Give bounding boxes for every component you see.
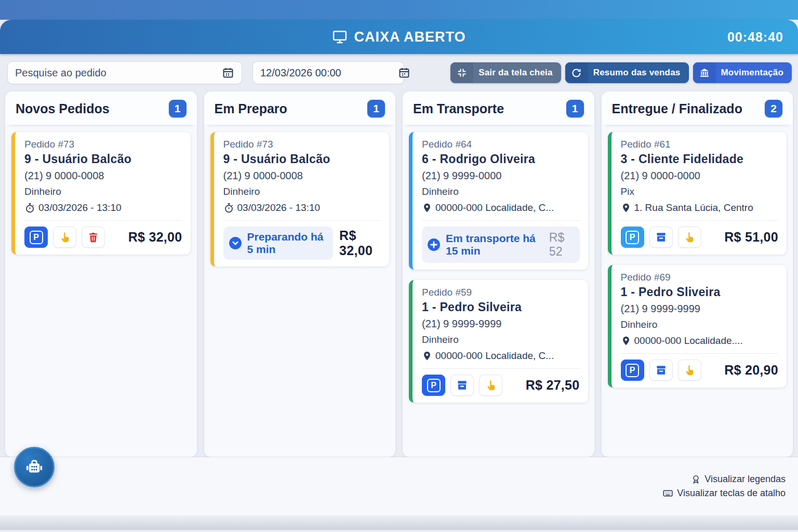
delivery-address-text: 00000-000 Localidade....: [634, 335, 743, 347]
toolbar: Sair da tela cheia Resumo das vendas: [0, 54, 798, 90]
print-button[interactable]: P: [422, 375, 445, 396]
movements-label: Movimentação: [716, 68, 792, 78]
stopwatch-icon: [24, 203, 35, 214]
location-pin-icon: [621, 203, 631, 213]
payment-method: Pix: [621, 186, 779, 197]
hand-pointer-button[interactable]: [53, 227, 76, 248]
column-body: Pedido #73 9 - Usuário Balcão (21) 9 000…: [204, 125, 396, 274]
page-title: CAIXA ABERTO: [332, 29, 466, 45]
column-novos-pedidos: Novos Pedidos 1 Pedido #73 9 - Usuário B…: [5, 91, 197, 457]
order-price: R$ 27,50: [526, 378, 580, 393]
assistant-fab-button[interactable]: [14, 447, 55, 487]
hand-pointer-button[interactable]: [678, 227, 701, 248]
customer-phone: (21) 9 0000-0008: [24, 170, 182, 182]
order-price: R$ 32,00: [128, 230, 182, 245]
view-shortcuts-label: Visualizar teclas de atalho: [677, 488, 786, 499]
print-button[interactable]: P: [24, 227, 48, 248]
archive-button[interactable]: [450, 375, 474, 396]
card-footer: P: [621, 354, 779, 381]
hand-pointer-icon: [485, 379, 497, 392]
legend-medal-icon: [691, 474, 701, 484]
app-header: CAIXA ABERTO 00:48:40: [0, 20, 798, 54]
view-shortcuts-link[interactable]: Visualizar teclas de atalho: [662, 488, 786, 499]
location-pin-icon: [422, 351, 432, 361]
column-body: Pedido #64 6 - Rodrigo Oliveira (21) 9 9…: [403, 125, 594, 410]
customer-name: 3 - Cliente Fidelidade: [621, 152, 779, 166]
exit-fullscreen-icon: [450, 62, 473, 83]
customer-phone: (21) 9 0000-0000: [621, 170, 779, 182]
kanban-board: Novos Pedidos 1 Pedido #73 9 - Usuário B…: [0, 90, 798, 457]
order-number: Pedido #69: [621, 272, 779, 283]
column-count-badge: 1: [169, 100, 187, 117]
refresh-icon: [565, 62, 588, 83]
order-card[interactable]: Pedido #73 9 - Usuário Balcão (21) 9 000…: [11, 132, 191, 255]
print-icon: P: [626, 364, 639, 377]
monitor-icon: [332, 29, 348, 45]
delivery-address: 00000-000 Localidade, C...: [422, 202, 580, 221]
trash-icon: [87, 231, 99, 243]
print-icon: P: [30, 231, 43, 244]
chevron-circle-icon: [229, 236, 242, 250]
customer-phone: (21) 9 9999-9999: [621, 303, 779, 315]
archive-icon: [456, 379, 468, 391]
date-filter-field[interactable]: [252, 61, 404, 84]
delete-button[interactable]: [82, 227, 105, 248]
column-header: Novos Pedidos 1: [5, 91, 197, 125]
sales-summary-label: Resumo das vendas: [588, 68, 689, 78]
location-pin-icon: [621, 336, 631, 346]
column-count-badge: 2: [765, 100, 782, 117]
payment-method: Dinheiro: [621, 319, 779, 330]
order-card[interactable]: Pedido #61 3 - Cliente Fidelidade (21) 9…: [608, 132, 787, 255]
sales-summary-button[interactable]: Resumo das vendas: [565, 62, 689, 83]
customer-name: 9 - Usuário Balcão: [223, 152, 381, 166]
print-button[interactable]: P: [621, 360, 644, 381]
order-search-field[interactable]: [7, 61, 242, 84]
customer-name: 1 - Pedro Sliveira: [621, 285, 779, 299]
bottom-strip: [0, 515, 798, 530]
delivery-address-text: 00000-000 Localidade, C...: [435, 350, 554, 362]
robot-icon: [23, 456, 45, 478]
order-number: Pedido #64: [422, 139, 580, 150]
session-timer: 00:48:40: [727, 30, 783, 45]
page-title-text: CAIXA ABERTO: [354, 29, 466, 45]
payment-method: Dinheiro: [24, 186, 182, 197]
hand-pointer-icon: [683, 231, 696, 244]
movements-button[interactable]: Movimentação: [693, 62, 792, 83]
delivery-address: 00000-000 Localidade....: [621, 335, 779, 354]
column-title: Em Preparo: [215, 101, 287, 116]
bank-icon: [693, 62, 716, 83]
exit-fullscreen-label: Sair da tela cheia: [473, 68, 561, 78]
order-card[interactable]: Pedido #59 1 - Pedro Silveira (21) 9 999…: [409, 280, 588, 403]
order-card[interactable]: Pedido #69 1 - Pedro Sliveira (21) 9 999…: [608, 265, 787, 388]
column-header: Em Transporte 1: [403, 91, 594, 125]
card-actions: P: [621, 227, 701, 248]
archive-icon: [655, 364, 667, 376]
order-number: Pedido #61: [621, 139, 779, 150]
status-text: Preparando há 5 min: [247, 231, 326, 256]
calendar-icon[interactable]: [222, 66, 234, 79]
order-price: R$ 32,00: [339, 228, 381, 258]
order-datetime-text: 03/03/2026 - 13:10: [237, 202, 321, 214]
payment-method: Dinheiro: [422, 186, 580, 197]
card-actions: P: [621, 360, 701, 381]
column-body: Pedido #73 9 - Usuário Balcão (21) 9 000…: [5, 125, 197, 262]
calendar-icon[interactable]: [398, 66, 410, 79]
date-input[interactable]: [260, 67, 398, 79]
print-button[interactable]: P: [621, 227, 644, 248]
print-icon: P: [427, 379, 441, 392]
hand-pointer-button[interactable]: [479, 375, 502, 396]
card-footer: P: [24, 221, 182, 248]
column-em-preparo: Em Preparo 1 Pedido #73 9 - Usuário Balc…: [204, 91, 396, 457]
hand-pointer-button[interactable]: [678, 360, 701, 381]
order-card[interactable]: Pedido #64 6 - Rodrigo Oliveira (21) 9 9…: [409, 132, 588, 270]
card-footer: P: [422, 369, 580, 396]
customer-name: 1 - Pedro Silveira: [422, 300, 580, 314]
exit-fullscreen-button[interactable]: Sair da tela cheia: [450, 62, 561, 83]
search-input[interactable]: [15, 67, 222, 79]
view-legends-link[interactable]: Visualizar legendas: [691, 474, 786, 485]
archive-button[interactable]: [649, 360, 673, 381]
archive-button[interactable]: [649, 227, 673, 248]
order-card[interactable]: Pedido #73 9 - Usuário Balcão (21) 9 000…: [210, 132, 390, 267]
delivery-address: 1. Rua Santa Lúcia, Centro: [621, 202, 779, 221]
stopwatch-icon: [223, 203, 234, 214]
